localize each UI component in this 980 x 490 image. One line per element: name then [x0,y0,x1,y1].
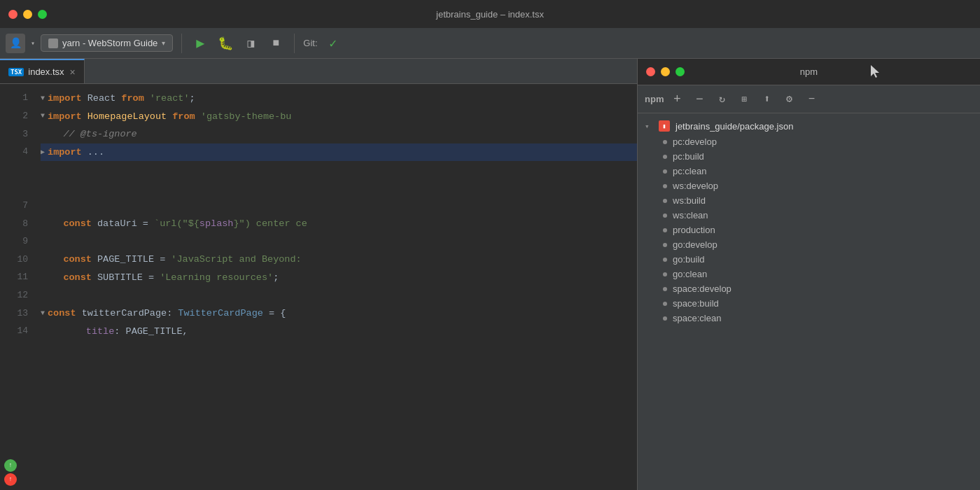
script-dot [663,140,667,144]
npm-settings-button[interactable]: ⚙ [780,90,798,108]
code-area[interactable]: 1 2 3 4 7 8 9 10 11 12 13 14 ▼ import [0,84,637,490]
npm-script-pc-build[interactable]: pc:build [638,149,980,164]
run-button[interactable]: ▶ [190,34,210,53]
maximize-button[interactable] [38,10,47,19]
script-dot [663,272,667,276]
npm-scroll-top-button[interactable]: ⬆ [757,90,776,108]
npm-filter-button[interactable]: ⊞ [735,90,753,108]
git-label: Git: [303,38,317,48]
npm-package-icon: ▮ [659,120,670,132]
status-indicator-green: ↑ [4,459,17,472]
code-line-1: ▼ import React from 'react' ; [41,90,637,108]
npm-script-space-clean[interactable]: space:clean [638,311,980,326]
project-name: yarn - WebStorm Guide [62,38,158,48]
play-icon: ▶ [196,34,204,52]
tab-close-button[interactable]: × [70,66,76,78]
npm-panel: npm npm + − ↻ ⊞ ⬆ [637,59,980,490]
script-name: pc:develop [673,136,717,147]
script-name: go:build [673,254,705,265]
script-dot [663,155,667,159]
cursor-indicator [871,65,882,83]
npm-project-row[interactable]: ▾ ▮ jetbrains_guide/package.json [638,118,980,134]
window-title: jetbrains_guide – index.tsx [436,9,544,20]
code-line-11: const SUBTITLE = 'Learning resources' ; [41,269,637,287]
traffic-lights [8,10,47,19]
script-dot [663,184,667,188]
npm-maximize-button[interactable] [676,67,685,76]
npm-script-go-clean[interactable]: go:clean [638,267,980,281]
script-name: space:build [673,298,719,309]
coverage-button[interactable]: ◨ [241,34,260,53]
script-dot [663,199,667,203]
separator-1 [181,34,182,53]
npm-refresh-button[interactable]: ↻ [713,90,731,108]
script-name: go:clean [673,269,707,279]
close-panel-icon: − [808,93,816,106]
fold-icon-13[interactable]: ▼ [41,308,45,319]
scroll-top-icon: ⬆ [764,92,770,106]
minimize-button[interactable] [23,10,32,19]
npm-script-go-build[interactable]: go:build [638,252,980,267]
script-name: production [673,225,715,235]
npm-add-button[interactable]: + [668,90,686,108]
npm-title-bar: npm [638,59,980,85]
npm-close-button[interactable] [646,67,655,76]
project-icon [48,38,58,48]
npm-minimize-button[interactable] [661,67,670,76]
npm-script-ws-clean[interactable]: ws:clean [638,208,980,223]
fold-icon-1[interactable]: ▼ [41,93,45,104]
npm-toolbar: npm + − ↻ ⊞ ⬆ ⚙ − [638,85,980,113]
fold-icon-2[interactable]: ▼ [41,111,45,122]
person-icon: 👤 [10,37,22,49]
avatar-button[interactable]: 👤 [6,34,25,53]
separator-2 [294,34,295,53]
gear-icon: ⚙ [786,92,792,106]
code-line-5 [41,161,637,179]
debug-button[interactable]: 🐛 [216,34,235,53]
main-area: TSX index.tsx × 1 2 3 4 7 8 9 10 11 12 1… [0,59,980,490]
code-content: ▼ import React from 'react' ; ▼ import H… [35,84,637,490]
checkmark-icon: ✓ [329,36,337,51]
title-bar: jetbrains_guide – index.tsx [0,0,980,28]
npm-scripts-list[interactable]: ▾ ▮ jetbrains_guide/package.json pc:deve… [638,113,980,490]
script-dot [663,258,667,262]
close-button[interactable] [8,10,18,19]
npm-script-pc-clean[interactable]: pc:clean [638,164,980,178]
script-name: space:develop [673,284,732,294]
tab-index-tsx[interactable]: TSX index.tsx × [0,59,85,83]
script-dot [663,243,667,247]
fold-icon-4[interactable]: ▶ [41,147,45,158]
script-dot [663,316,667,321]
tsx-icon: TSX [8,68,24,76]
stop-button[interactable]: ■ [266,34,286,53]
project-selector[interactable]: yarn - WebStorm Guide ▾ [41,34,173,52]
code-line-8: const dataUri = `url("${ splash }") cent… [41,215,637,233]
tab-bar: TSX index.tsx × [0,59,637,84]
code-line-4: ▶ import ... [41,144,637,162]
script-name: ws:build [673,195,706,206]
code-line-12 [41,287,637,305]
npm-script-go-develop[interactable]: go:develop [638,237,980,252]
npm-script-ws-build[interactable]: ws:build [638,193,980,208]
bug-icon: 🐛 [218,36,233,51]
script-name: space:clean [673,313,721,323]
npm-script-space-build[interactable]: space:build [638,296,980,311]
npm-traffic-lights [646,67,685,76]
code-line-6 [41,179,637,197]
plus-icon: + [673,92,681,106]
npm-close-panel-button[interactable]: − [802,90,820,108]
svg-marker-0 [871,65,879,78]
refresh-icon: ↻ [719,92,725,106]
code-line-2: ▼ import HomepageLayout from 'gatsby-the… [41,108,637,126]
minus-icon: − [696,92,704,106]
npm-script-pc-develop[interactable]: pc:develop [638,134,980,149]
git-checkmark-button[interactable]: ✓ [323,34,343,53]
tab-name: index.tsx [28,66,64,77]
npm-script-ws-develop[interactable]: ws:develop [638,178,980,193]
npm-script-space-develop[interactable]: space:develop [638,281,980,296]
script-dot [663,214,667,218]
status-indicator-red: ↑ [4,473,17,486]
avatar-dropdown-icon[interactable]: ▾ [31,39,35,48]
npm-script-production[interactable]: production [638,223,980,237]
npm-remove-button[interactable]: − [690,90,708,108]
